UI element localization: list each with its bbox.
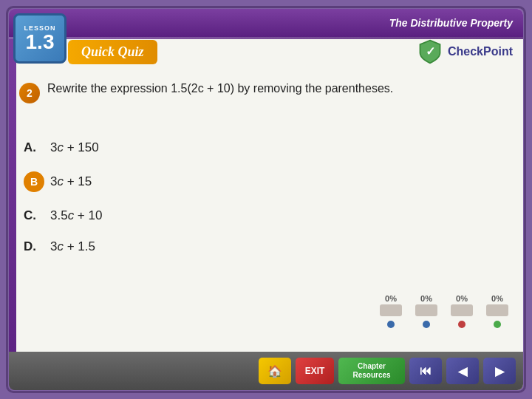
top-bar: The Distributive Property [9, 9, 523, 37]
lesson-badge: LESSON 1.3 [13, 13, 66, 64]
chapter-resources-button[interactable]: ChapterResources [338, 358, 405, 384]
poll-pct-c: 0% [456, 294, 468, 303]
checkpoint-label: CheckPoint [448, 45, 513, 58]
poll-bar-c [451, 304, 473, 316]
exit-button[interactable]: EXIT [296, 358, 334, 384]
answer-letter-a: A. [24, 140, 50, 155]
home-icon: 🏠 [267, 364, 282, 378]
poll-pct-a: 0% [385, 294, 397, 303]
answers-container: A. 3c + 150 B 3c + 15 C. 3.5c + 10 D. 3c… [24, 140, 508, 270]
poll-group-a: 0% [380, 294, 402, 328]
poll-dot-c [458, 321, 466, 328]
checkpoint-shield-icon: ✓ [417, 38, 443, 65]
answer-letter-d: D. [24, 239, 50, 254]
quiz-title: Quick Quiz [81, 44, 144, 59]
prev-icon: ◀ [458, 364, 467, 378]
svg-text:✓: ✓ [425, 44, 434, 58]
poll-group-b: 0% [415, 294, 437, 328]
chapter-resources-label: ChapterResources [352, 362, 390, 380]
poll-dot-a [387, 321, 395, 328]
answer-text-c: 3.5c + 10 [50, 208, 102, 223]
question-content: Rewrite the expression 1.5(2c + 10) by r… [47, 82, 393, 95]
answer-row-d[interactable]: D. 3c + 1.5 [24, 239, 508, 254]
poll-pct-b: 0% [420, 294, 432, 303]
question-number: 2 [19, 83, 40, 103]
poll-dot-d [494, 321, 501, 328]
next-button[interactable]: ▶ [483, 358, 516, 384]
poll-dot-b [423, 321, 430, 328]
lesson-number: 1.3 [26, 32, 55, 52]
skip-back-button[interactable]: ⏮ [409, 358, 442, 384]
poll-group-d: 0% [486, 294, 508, 328]
poll-bars: 0% 0% 0% 0% [380, 294, 508, 328]
section-title: The Distributive Property [389, 17, 513, 29]
poll-pct-d: 0% [491, 294, 503, 303]
decorative-left [9, 9, 16, 390]
next-icon: ▶ [495, 364, 504, 378]
answer-letter-b-highlight: B [24, 171, 44, 192]
poll-group-c: 0% [451, 294, 473, 328]
checkpoint-label-group: CheckPoint [448, 45, 513, 58]
answer-text-b: 3c + 15 [50, 174, 92, 189]
answer-row-b[interactable]: B 3c + 15 [24, 171, 508, 192]
answer-text-d: 3c + 1.5 [50, 239, 95, 254]
main-content: The Distributive Property LESSON 1.3 Qui… [9, 9, 523, 390]
answer-row-a[interactable]: A. 3c + 150 [24, 140, 508, 155]
home-button[interactable]: 🏠 [259, 358, 291, 384]
quiz-banner: Quick Quiz [68, 40, 157, 64]
answer-row-c[interactable]: C. 3.5c + 10 [24, 208, 508, 223]
checkpoint-area: ✓ CheckPoint [417, 38, 513, 65]
question-text: Rewrite the expression 1.5(2c + 10) by r… [47, 80, 508, 98]
poll-bar-b [415, 304, 437, 316]
exit-label: EXIT [305, 366, 325, 376]
answer-text-a: 3c + 150 [50, 140, 99, 155]
poll-area: 0% 0% 0% 0% [380, 294, 508, 331]
answer-letter-c: C. [24, 208, 50, 223]
poll-bar-a [380, 304, 402, 316]
poll-bar-d [486, 304, 508, 316]
skip-back-icon: ⏮ [420, 364, 432, 378]
prev-button[interactable]: ◀ [446, 358, 479, 384]
bottom-toolbar: 🏠 EXIT ChapterResources ⏮ ◀ ▶ [9, 352, 523, 390]
